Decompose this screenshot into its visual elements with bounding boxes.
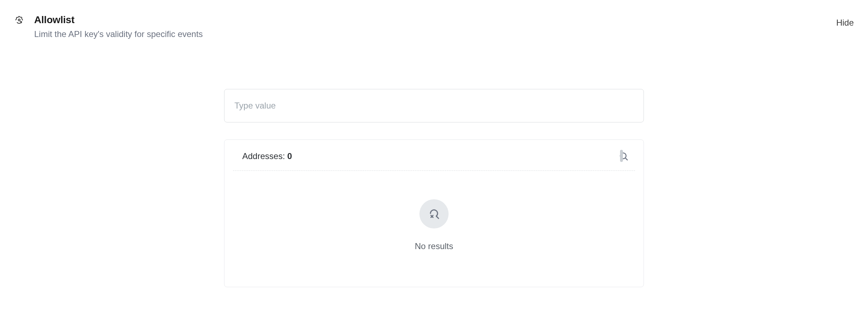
addresses-panel: Addresses: 0 No results: [224, 140, 644, 287]
section-header: Allowlist Limit the API key's validity f…: [14, 14, 854, 39]
svg-line-2: [625, 158, 628, 160]
svg-line-3: [436, 216, 438, 218]
panel-header: Addresses: 0: [224, 140, 644, 170]
section-subtitle: Limit the API key's validity for specifi…: [34, 29, 203, 39]
addresses-summary: Addresses: 0: [242, 151, 292, 161]
settings-refresh-icon: [14, 15, 24, 25]
hide-link[interactable]: Hide: [836, 14, 854, 28]
svg-point-0: [18, 19, 20, 21]
header-text: Allowlist Limit the API key's validity f…: [34, 14, 203, 39]
value-input-wrap: [224, 89, 644, 122]
header-left: Allowlist Limit the API key's validity f…: [14, 14, 203, 39]
addresses-count: 0: [287, 151, 292, 161]
section-title: Allowlist: [34, 14, 203, 26]
no-results-icon: [419, 199, 449, 228]
empty-text: No results: [415, 241, 453, 251]
addresses-label: Addresses:: [242, 151, 285, 161]
value-input[interactable]: [224, 89, 644, 122]
content-area: Addresses: 0 No results: [14, 89, 854, 287]
empty-state: No results: [224, 171, 644, 287]
search-icon[interactable]: [618, 151, 629, 162]
